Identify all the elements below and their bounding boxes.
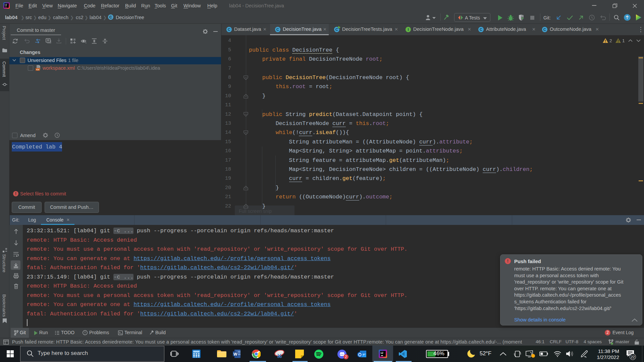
svg-text:<>: <> [36, 68, 40, 71]
